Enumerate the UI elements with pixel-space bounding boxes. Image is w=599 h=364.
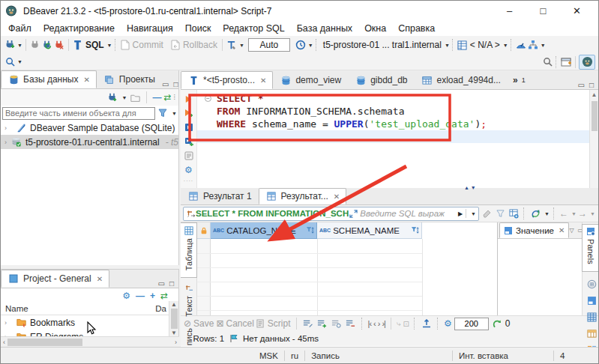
object-filter-input[interactable] — [2, 107, 155, 120]
refresh-green-icon[interactable] — [491, 318, 503, 330]
sash-collapse-icons[interactable]: ▲ ▼ — [464, 185, 476, 190]
tab-result-2[interactable]: Результат... ✕ — [259, 188, 347, 204]
minimize-button[interactable]: – — [493, 1, 526, 21]
grid-corner-cell[interactable] — [197, 222, 211, 239]
new-folder-icon[interactable] — [129, 91, 141, 103]
editor-settings-gear-icon[interactable]: ⚙ — [183, 164, 195, 176]
sql-editor-label[interactable]: SQL — [85, 40, 104, 50]
filters-menu-icon[interactable] — [494, 207, 506, 219]
new-connection-small-icon[interactable] — [106, 91, 118, 103]
column-header-schema-name[interactable]: ABC SCHEMA_NAME — [317, 222, 422, 239]
refresh-dropdown[interactable]: ▼ — [544, 211, 550, 216]
execute-new-tab-icon[interactable] — [183, 107, 195, 119]
transaction-log-dropdown[interactable]: ▼ — [308, 43, 313, 48]
editor-scrollbar[interactable]: ▲ — [589, 90, 598, 188]
menu-database[interactable]: База данных — [291, 21, 358, 36]
active-schema-selector[interactable]: < N/A > — [470, 40, 500, 50]
active-connection-selector[interactable]: t5-prostore-01 ... tral1.internal — [323, 40, 442, 50]
new-connection-small-dropdown[interactable]: ▼ — [121, 95, 127, 100]
link-editor-icon[interactable]: ⇄ — [163, 92, 171, 103]
network-dropdown[interactable]: ▼ — [541, 43, 546, 48]
transaction-mode-icon[interactable] — [226, 39, 238, 51]
tree-item-t5-prostore[interactable]: › t5-prostore-01.ru-central1.internal - … — [1, 135, 178, 149]
minimize-view-icon[interactable]: ▭ — [162, 80, 169, 88]
quick-search-icon[interactable] — [4, 56, 16, 68]
expand-chevron-icon[interactable]: › — [4, 124, 12, 132]
save-filter-icon[interactable] — [508, 207, 520, 219]
filter-icon[interactable] — [157, 107, 169, 119]
quick-search-dropdown[interactable]: ▼ — [17, 59, 22, 64]
link-editor-icon[interactable]: ⇄ — [160, 291, 168, 301]
menu-edit[interactable]: Редактирование — [37, 21, 121, 36]
column-filter-sort-icon[interactable] — [306, 226, 314, 234]
tab-exload[interactable]: exload_4994d... — [415, 71, 508, 89]
close-tab-icon[interactable]: ✕ — [83, 76, 89, 84]
column-filter-sort-icon[interactable] — [411, 226, 419, 234]
menu-navigation[interactable]: Навигация — [121, 21, 179, 36]
maximize-view-icon[interactable]: □ — [169, 279, 174, 288]
settings-gear-icon[interactable]: ⚙ — [122, 291, 130, 301]
close-tab-icon[interactable]: ✕ — [559, 226, 565, 234]
tab-script[interactable]: *<t5-prosto... ✕ — [181, 71, 273, 89]
expand-filter-icon[interactable] — [349, 207, 358, 219]
tab-demo-view[interactable]: demo_view — [273, 71, 348, 89]
fetch-size-input[interactable] — [454, 318, 489, 330]
open-perspective-icon[interactable] — [560, 56, 572, 68]
disconnect-icon[interactable] — [53, 39, 65, 51]
minimize-view-icon[interactable]: ▭ — [158, 279, 165, 288]
view-menu-icon[interactable]: ⁞ — [173, 94, 175, 101]
references-panel-icon[interactable] — [586, 327, 598, 339]
value-viewer-icon[interactable] — [586, 294, 598, 306]
menu-help[interactable]: Справка — [392, 21, 441, 36]
result-settings-gear-icon[interactable]: ⚙ — [444, 318, 452, 329]
tab-project-general[interactable]: Project - General ✕ — [1, 270, 109, 288]
collapse-all-icon[interactable]: — — [136, 291, 145, 301]
close-tab-icon[interactable]: ✕ — [334, 192, 340, 201]
filter-expression-box[interactable]: SELECT * FROM INFORMATION_SCH Введите SQ… — [183, 207, 479, 221]
commit-mode-box[interactable]: Auto — [248, 38, 290, 52]
explain-plan-icon[interactable] — [183, 150, 195, 162]
tab-text-presentation[interactable]: Текст — [181, 281, 197, 323]
scrollbar-thumb[interactable] — [7, 339, 82, 346]
tab-value[interactable]: Значение ✕ — [499, 222, 569, 238]
refresh-results-icon[interactable] — [529, 207, 541, 219]
filter-history-dropdown[interactable]: ▼ — [471, 211, 476, 216]
maximize-view-icon[interactable]: □ — [173, 80, 178, 88]
connection-dropdown[interactable]: ▼ — [445, 43, 450, 48]
menu-file[interactable]: Файл — [2, 21, 37, 36]
tab-databases[interactable]: Базы данных ✕ — [1, 70, 97, 88]
maximize-view-icon[interactable]: □ — [589, 81, 594, 89]
duplicate-row-icon[interactable] — [331, 318, 343, 330]
tab-overflow-chevron[interactable]: »1 — [508, 71, 531, 89]
scroll-right-icon[interactable]: › — [172, 339, 179, 346]
edit-row-icon[interactable] — [302, 318, 314, 330]
fold-marker-icon[interactable]: − — [205, 95, 211, 102]
tab-grid-presentation[interactable]: Таблица — [181, 222, 197, 278]
close-tab-icon[interactable]: ✕ — [97, 275, 103, 283]
tab-panels[interactable]: Panels — [582, 224, 598, 272]
search-icon[interactable] — [541, 56, 553, 68]
grouping-panel-icon[interactable] — [586, 278, 598, 290]
apply-filter-icon[interactable]: ▶ — [458, 210, 463, 217]
tab-result-1[interactable]: Результат 1 — [181, 188, 259, 204]
last-row-icon[interactable]: ›| — [382, 319, 385, 328]
project-vertical-scrollbar[interactable]: ▲▼ — [169, 301, 178, 336]
dashboard-icon[interactable] — [515, 39, 527, 51]
expand-chevron-icon[interactable]: › — [4, 139, 7, 146]
next-row-icon[interactable]: › — [378, 319, 380, 328]
close-button[interactable]: ✕ — [560, 1, 594, 21]
sql-editor-icon[interactable] — [72, 39, 84, 51]
scroll-left-icon[interactable]: ‹ — [1, 339, 7, 346]
expand-chevron-icon[interactable]: › — [4, 319, 12, 327]
data-grid[interactable]: ABC CATALOG_NAME ABC SCHEMA_NAME — [197, 222, 497, 315]
prev-row-icon[interactable]: ‹ — [373, 319, 376, 328]
delete-row-icon[interactable] — [345, 318, 357, 330]
code-area[interactable]: − SELECT * FROM INFORMATION_SCHEMA.schem… — [197, 90, 589, 188]
execute-script-icon[interactable] — [183, 121, 195, 133]
tree-item-sample-database[interactable]: › DBeaver Sample Database (SQLite) — [1, 121, 178, 135]
column-header-catalog-name[interactable]: ABC CATALOG_NAME — [211, 222, 317, 239]
column-name[interactable]: Name — [1, 304, 155, 313]
execute-script-new-tab-icon[interactable] — [183, 136, 195, 148]
sql-editor-dropdown[interactable]: ▼ — [107, 43, 112, 48]
tab-gibdd-db[interactable]: gibdd_db — [348, 71, 414, 89]
